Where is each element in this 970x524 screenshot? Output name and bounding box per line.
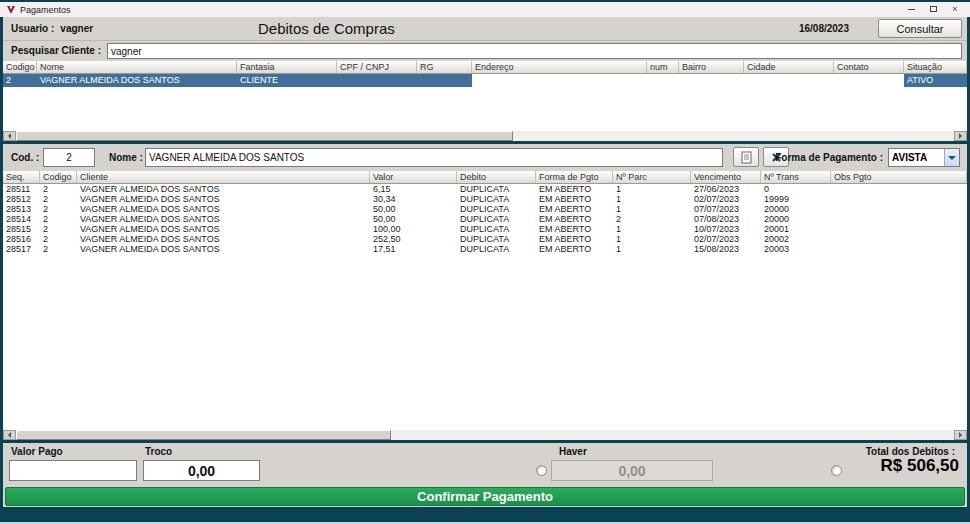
table-cell: DUPLICATA <box>457 184 536 194</box>
scrollbar-thumb[interactable] <box>16 430 391 440</box>
table-cell: 07/08/2023 <box>691 214 761 224</box>
total-debitos-value: R$ 506,50 <box>881 456 959 476</box>
table-cell: 20002 <box>761 234 831 244</box>
table-cell: DUPLICATA <box>457 224 536 234</box>
table-cell <box>679 74 744 87</box>
consultar-button[interactable]: Consultar <box>878 19 962 38</box>
table-cell: DUPLICATA <box>457 234 536 244</box>
table-cell: 1 <box>613 224 691 234</box>
table-cell <box>831 184 967 194</box>
table-cell: DUPLICATA <box>457 214 536 224</box>
table-cell: 20000 <box>761 204 831 214</box>
table-row[interactable]: 285132VAGNER ALMEIDA DOS SANTOS50,00DUPL… <box>3 204 967 214</box>
table-cell <box>647 74 679 87</box>
scroll-left-icon[interactable] <box>3 430 16 440</box>
nome-label: Nome : <box>109 152 143 163</box>
close-button[interactable]: × <box>946 2 964 17</box>
scroll-right-icon[interactable] <box>954 131 967 141</box>
payment-footer: Valor Pago Troco Haver Total dos Debitos… <box>3 443 967 487</box>
table-row[interactable]: 285172VAGNER ALMEIDA DOS SANTOS17,51DUPL… <box>3 244 967 254</box>
table-cell: 2 <box>40 244 77 254</box>
scrollbar-track[interactable] <box>16 430 954 440</box>
table-cell: 1 <box>613 244 691 254</box>
scrollbar-thumb[interactable] <box>16 131 513 141</box>
troco-input[interactable] <box>143 460 260 481</box>
table-row[interactable]: 285152VAGNER ALMEIDA DOS SANTOS100,00DUP… <box>3 224 967 234</box>
document-icon <box>741 151 752 164</box>
scroll-right-icon[interactable] <box>954 430 967 440</box>
forma-pagamento-select[interactable]: AVISTA <box>888 148 960 167</box>
table-cell: VAGNER ALMEIDA DOS SANTOS <box>77 214 370 224</box>
table-cell: VAGNER ALMEIDA DOS SANTOS <box>77 204 370 214</box>
table-cell: VAGNER ALMEIDA DOS SANTOS <box>77 194 370 204</box>
table-cell: EM ABERTO <box>536 234 613 244</box>
table-cell <box>472 74 647 87</box>
table-cell: 1 <box>613 184 691 194</box>
table-cell: 2 <box>3 74 37 87</box>
table-cell: 17,51 <box>370 244 457 254</box>
confirmar-pagamento-button[interactable]: Confirmar Pagamento <box>5 487 965 506</box>
table-cell: 30,34 <box>370 194 457 204</box>
valor-pago-input[interactable] <box>9 460 137 481</box>
search-row: Pesquisar Cliente : <box>3 41 967 61</box>
scroll-left-icon[interactable] <box>3 131 16 141</box>
app-window: Pagamentos × Usuario : vagner Debitos de… <box>0 0 970 524</box>
detail-bar: Cod. : Nome : Forma de Pagamento : AVIST… <box>3 144 967 171</box>
document-button[interactable] <box>733 147 759 167</box>
current-date: 16/08/2023 <box>799 23 849 34</box>
table-cell <box>831 244 967 254</box>
table-cell <box>831 224 967 234</box>
table-row[interactable]: 285142VAGNER ALMEIDA DOS SANTOS50,00DUPL… <box>3 214 967 224</box>
table-row[interactable]: 285162VAGNER ALMEIDA DOS SANTOS252,50DUP… <box>3 234 967 244</box>
dropdown-arrow-icon[interactable] <box>944 149 959 166</box>
total-debitos-radio[interactable] <box>831 465 842 476</box>
table-cell: 28513 <box>3 204 40 214</box>
table-cell: VAGNER ALMEIDA DOS SANTOS <box>77 244 370 254</box>
minimize-button[interactable] <box>902 2 920 17</box>
table-cell: 28515 <box>3 224 40 234</box>
table-cell: ATIVO <box>904 74 967 87</box>
table-cell: 19999 <box>761 194 831 204</box>
table-cell: VAGNER ALMEIDA DOS SANTOS <box>77 224 370 234</box>
table-row[interactable]: 2VAGNER ALMEIDA DOS SANTOSCLIENTEATIVO <box>3 74 967 87</box>
column-header: Situação <box>904 61 967 73</box>
table-row[interactable]: 285112VAGNER ALMEIDA DOS SANTOS6,15DUPLI… <box>3 184 967 194</box>
scrollbar-track[interactable] <box>16 131 954 141</box>
table-cell: CLIENTE <box>237 74 337 87</box>
table-cell <box>417 74 472 87</box>
maximize-button[interactable] <box>924 2 942 17</box>
table-cell: EM ABERTO <box>536 214 613 224</box>
column-header: CPF / CNPJ <box>337 61 417 73</box>
debits-table-body: 285112VAGNER ALMEIDA DOS SANTOS6,15DUPLI… <box>3 184 967 254</box>
column-header: Bairro <box>679 61 744 73</box>
search-input[interactable] <box>107 43 962 59</box>
clients-table-header: CodigoNomeFantasiaCPF / CNPJRGEndereçonu… <box>3 61 967 74</box>
column-header: Contato <box>834 61 904 73</box>
clients-table-body: 2VAGNER ALMEIDA DOS SANTOSCLIENTEATIVO <box>3 74 967 87</box>
table-cell: 2 <box>613 214 691 224</box>
column-header: Valor <box>370 171 457 183</box>
column-header: Debito <box>457 171 536 183</box>
app-icon <box>6 5 16 15</box>
haver-radio[interactable] <box>536 465 547 476</box>
table-cell <box>834 74 904 87</box>
clients-hscrollbar[interactable] <box>3 130 967 141</box>
table-cell <box>337 74 417 87</box>
column-header: Endereço <box>472 61 647 73</box>
table-cell: 02/07/2023 <box>691 234 761 244</box>
table-row[interactable]: 285122VAGNER ALMEIDA DOS SANTOS30,34DUPL… <box>3 194 967 204</box>
table-cell: 20001 <box>761 224 831 234</box>
table-cell: 1 <box>613 234 691 244</box>
nome-input[interactable] <box>145 148 723 167</box>
table-cell: 28512 <box>3 194 40 204</box>
table-cell: EM ABERTO <box>536 244 613 254</box>
troco-label: Troco <box>145 446 172 457</box>
table-cell: EM ABERTO <box>536 204 613 214</box>
table-cell: 20003 <box>761 244 831 254</box>
cod-input[interactable] <box>43 148 95 167</box>
debits-table-header: Seq.CodigoClienteValorDebitoForma de Pgt… <box>3 171 967 184</box>
column-header: Nº Parc <box>613 171 691 183</box>
table-cell: 2 <box>40 234 77 244</box>
table-cell: DUPLICATA <box>457 204 536 214</box>
debits-hscrollbar[interactable] <box>3 429 967 440</box>
